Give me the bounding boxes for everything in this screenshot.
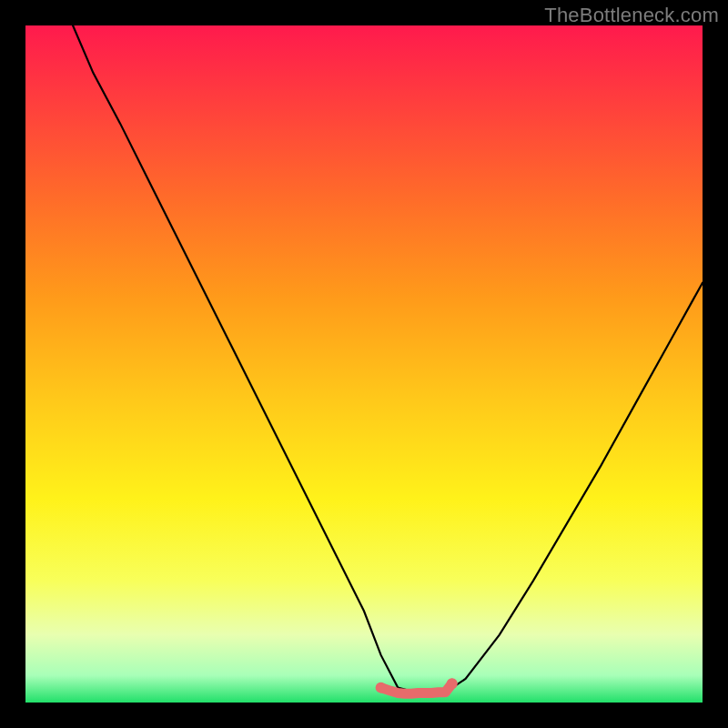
valley-endpoint-right [447,678,458,689]
chart-svg [25,25,703,703]
chart-frame: TheBottleneck.com [0,0,728,728]
valley-endpoint-left [376,682,387,693]
heat-background [25,25,703,703]
plot-area [25,25,703,703]
watermark-text: TheBottleneck.com [544,4,719,27]
